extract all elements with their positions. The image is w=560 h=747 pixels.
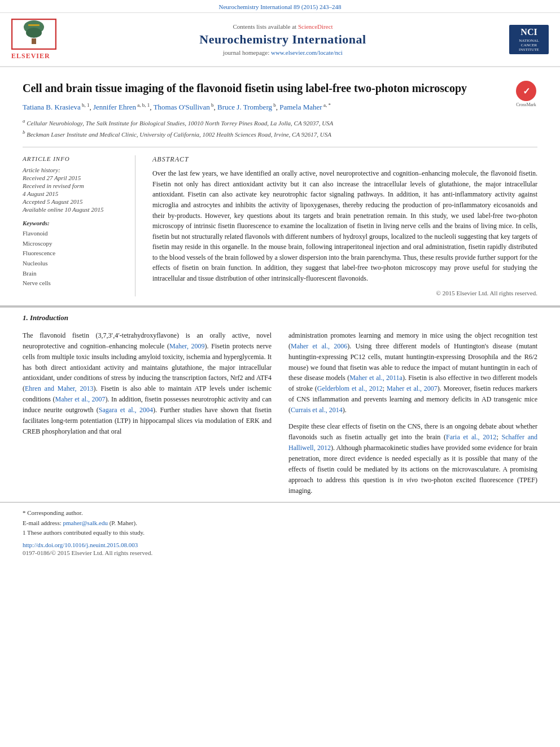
keyword-4: Nucleolus (23, 259, 124, 269)
ref-maher-2007b[interactable]: Maher et al., 2007 (387, 385, 438, 392)
intro-para-1: The flavonoid fisetin (3,7,3′,4′-tetrahy… (23, 330, 272, 438)
elsevier-logo-icon (11, 19, 56, 50)
article-title-text: Cell and brain tissue imaging of the fla… (23, 81, 504, 140)
introduction-heading: 1. Introduction (23, 313, 537, 322)
elsevier-logo-area: ELSEVIER (11, 19, 56, 60)
accepted-label: Accepted 5 August 2015 (23, 198, 124, 205)
article-history: Article history: Received 27 April 2015 … (23, 167, 124, 213)
sciencedirect-link[interactable]: ScienceDirect (298, 23, 333, 30)
author-maher: Pamela Maher (279, 103, 322, 111)
keyword-3: Fluorescence (23, 248, 124, 259)
ref-faria-2012[interactable]: Faria et al., 2012 (446, 433, 496, 441)
journal-center-info: Contents lists available at ScienceDirec… (65, 23, 500, 56)
revised-label: Received in revised form (23, 182, 124, 189)
article-info-label: ARTICLE INFO (23, 155, 124, 162)
elsevier-text: ELSEVIER (11, 52, 56, 60)
intro-para-3: Despite these clear effects of fisetin o… (288, 421, 537, 496)
keyword-1: Flavonoid (23, 229, 124, 239)
affiliation-a: a Cellular Neurobiology, The Salk Instit… (23, 117, 504, 128)
nci-logo: NCI NATIONAL CANCER INSTITUTE (509, 25, 549, 54)
author-osullivan: Thomas O'Sullivan (154, 103, 210, 111)
body-col-left: The flavonoid fisetin (3,7,3′,4′-tetrahy… (23, 330, 272, 496)
ref-sagara-2004[interactable]: Sagara et al., 2004 (99, 406, 153, 414)
issn-line: 0197-0186/© 2015 Elsevier Ltd. All right… (23, 549, 560, 556)
journal-title: Neurochemistry International (65, 32, 500, 47)
ref-schaffer-2012[interactable]: Schaffer and Halliwell, 2012 (288, 433, 537, 452)
contents-label: Contents lists available at ScienceDirec… (65, 23, 500, 30)
journal-ref-bar: Neurochemistry International 89 (2015) 2… (0, 0, 560, 13)
abstract-title: ABSTRACT (152, 155, 537, 164)
homepage-line: journal homepage: www.elsevier.com/locat… (65, 49, 500, 56)
crossmark-logo[interactable]: ✓ CrossMark (515, 81, 537, 107)
received-label: Received 27 April 2015 (23, 174, 124, 181)
email-link[interactable]: pmaher@salk.edu (63, 519, 107, 526)
crossmark-label: CrossMark (516, 102, 536, 107)
equal-contrib-note: 1 These authors contributed equally to t… (23, 528, 537, 538)
affiliation-b: b Beckman Laser Institute and Medical Cl… (23, 129, 504, 139)
crossmark-icon: ✓ (516, 81, 536, 101)
keyword-6: Nerve cells (23, 278, 124, 289)
svg-point-2 (26, 28, 42, 38)
footnotes-section: * Corresponding author. E-mail address: … (0, 502, 560, 538)
email-note: E-mail address: pmaher@salk.edu (P. Mahe… (23, 518, 537, 528)
keyword-2: Microscopy (23, 239, 124, 249)
article-title: Cell and brain tissue imaging of the fla… (23, 81, 504, 96)
ref-currais-2014[interactable]: Currais et al., 2014 (291, 406, 343, 414)
corresponding-author-note: * Corresponding author. (23, 508, 537, 518)
affiliations: a Cellular Neurobiology, The Salk Instit… (23, 117, 504, 139)
author-tromberg: Bruce J. Tromberg (217, 103, 272, 111)
ref-maher-2007a[interactable]: Maher et al., 2007 (55, 395, 105, 403)
keywords-section: Keywords: Flavonoid Microscopy Fluoresce… (23, 220, 124, 289)
intro-para-2: administration promotes learning and mem… (288, 330, 537, 416)
journal-header: ELSEVIER Contents lists available at Sci… (0, 13, 560, 67)
body-col-right: administration promotes learning and mem… (288, 330, 537, 496)
keywords-title: Keywords: (23, 220, 124, 226)
online-label: Available online 10 August 2015 (23, 206, 124, 213)
ref-maher-2009[interactable]: Maher, 2009 (169, 342, 205, 350)
abstract-text: Over the last few years, we have identif… (152, 168, 537, 284)
author-krasieva: Tatiana B. Krasieva (23, 103, 81, 111)
author-ehren: Jennifer Ehren (93, 103, 136, 111)
article-authors: Tatiana B. Krasieva b, 1, Jennifer Ehren… (23, 102, 504, 113)
abstract-col: ABSTRACT Over the last few years, we hav… (152, 155, 537, 296)
history-label: Article history: (23, 167, 124, 173)
article-title-section: Cell and brain tissue imaging of the fla… (0, 67, 560, 147)
copyright-line: © 2015 Elsevier Ltd. All rights reserved… (152, 290, 537, 296)
keyword-5: Brain (23, 269, 124, 279)
ref-maher-2011a[interactable]: Maher et al., 2011a (349, 374, 403, 382)
body-columns: The flavonoid fisetin (3,7,3′,4′-tetrahy… (23, 330, 537, 496)
ref-maher-2006[interactable]: Maher et al., 2006 (291, 342, 347, 350)
article-info-col: ARTICLE INFO Article history: Received 2… (23, 155, 135, 296)
journal-ref-text: Neurochemistry International 89 (2015) 2… (219, 3, 342, 10)
doi-line[interactable]: http://dx.doi.org/10.1016/j.neuint.2015.… (23, 541, 560, 548)
ref-ehren-maher-2013[interactable]: Ehren and Maher, 2013 (25, 385, 94, 392)
svg-rect-3 (32, 38, 36, 44)
homepage-url[interactable]: www.elsevier.com/locate/nci (271, 49, 343, 56)
article-info-abstract: ARTICLE INFO Article history: Received 2… (0, 147, 560, 305)
body-section: 1. Introduction The flavonoid fisetin (3… (0, 307, 560, 496)
ref-gelderblom-2012[interactable]: Gelderblom et al., 2012 (317, 385, 383, 392)
svg-rect-4 (28, 24, 40, 26)
revised-date: 4 August 2015 (23, 190, 124, 197)
